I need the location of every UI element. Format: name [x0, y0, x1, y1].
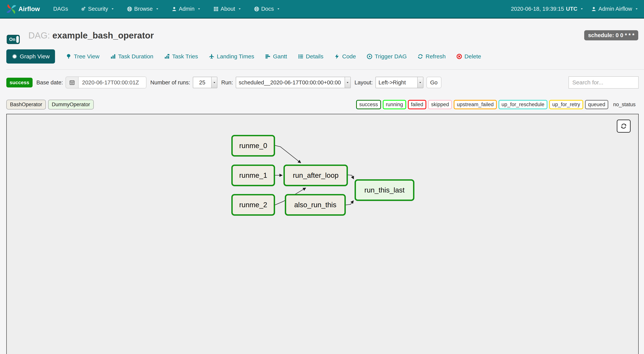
tab-label: Refresh [426, 53, 446, 60]
tab-label: Task Tries [172, 53, 198, 60]
nav-dags[interactable]: DAGs [53, 6, 68, 12]
refresh-icon [418, 54, 423, 59]
nav-docs[interactable]: Docs [254, 6, 280, 12]
chevron-down-icon [111, 7, 114, 10]
tab-details[interactable]: Details [298, 53, 324, 60]
graph-node-runme_2[interactable]: runme_2 [231, 194, 275, 216]
tab-label: Graph View [20, 53, 50, 60]
chevron-down-icon [277, 7, 280, 10]
tab-task-duration[interactable]: Task Duration [110, 53, 153, 60]
operator-legend-dummy: DummyOperator [48, 100, 94, 109]
chevron-down-icon [156, 7, 159, 10]
brand-name: Airflow [18, 5, 40, 13]
graph-edge-also_run_this-to-run_this_last [346, 201, 354, 205]
base-date-group [66, 77, 146, 88]
user-icon [591, 6, 596, 12]
tab-label: Delete [464, 53, 481, 60]
schedule-badge: schedule: 0 0 * * * [584, 30, 638, 40]
delete-x-circle-icon [456, 54, 462, 59]
chevron-down-icon [635, 7, 638, 10]
tab-label: Details [306, 53, 324, 60]
graph-edge-runme_0-to-run_after_loop [275, 146, 301, 163]
tab-landing-times[interactable]: Landing Times [209, 53, 254, 60]
nav-about-label: About [220, 6, 235, 12]
base-date-input[interactable] [78, 77, 146, 88]
clock-dropdown[interactable]: 2020-06-18, 19:39:15 UTC [511, 6, 584, 12]
layout-select[interactable]: Left->Right [376, 77, 424, 88]
status-legend-up-for-reschedule[interactable]: up_for_reschedule [498, 100, 548, 109]
search-input[interactable] [568, 76, 639, 89]
graph-canvas: runme_0runme_1runme_2run_after_loopalso_… [6, 114, 639, 354]
layout-label: Layout: [354, 79, 373, 86]
nav-browse[interactable]: Browse [127, 6, 159, 12]
num-runs-label: Number of runs: [150, 79, 190, 86]
select-caret-icon [211, 77, 217, 88]
tab-refresh[interactable]: Refresh [418, 53, 446, 60]
run-select[interactable]: scheduled__2020-06-17T00:00:00+00:00 [236, 77, 351, 88]
go-button[interactable]: Go [426, 77, 442, 88]
user-menu[interactable]: Admin Airflow [591, 6, 638, 12]
status-legend-up-for-retry[interactable]: up_for_retry [549, 100, 583, 109]
status-legend-skipped[interactable]: skipped [428, 100, 452, 109]
nav-admin-label: Admin [179, 6, 194, 12]
tab-tree-view[interactable]: Tree View [66, 53, 99, 60]
graph-edges [7, 114, 639, 354]
gantt-bars-icon [265, 54, 271, 59]
tab-label: Gantt [273, 53, 287, 60]
chevron-down-icon [238, 7, 241, 10]
play-circle-icon [367, 54, 372, 59]
dag-pause-toggle[interactable]: On [7, 35, 20, 44]
bar-chart-icon [110, 54, 116, 59]
tab-label: Trigger DAG [375, 53, 407, 60]
plane-icon [209, 54, 214, 59]
tab-label: Landing Times [217, 53, 254, 60]
status-legend-no-status: no_status [610, 100, 639, 109]
graph-node-runme_0[interactable]: runme_0 [231, 135, 275, 157]
dag-title-prefix: DAG: [28, 30, 50, 40]
nav-about[interactable]: About [213, 6, 241, 12]
tab-label: Code [342, 53, 356, 60]
base-date-label: Base date: [36, 79, 63, 86]
operator-legend-bash: BashOperator [6, 100, 46, 109]
dag-status-badge: success [6, 78, 32, 87]
chevron-down-icon [580, 7, 584, 10]
nav-dags-label: DAGs [53, 6, 68, 12]
graph-node-runme_1[interactable]: runme_1 [231, 165, 275, 186]
status-legend: success running failed skipped upstream_… [356, 100, 639, 109]
graph-node-run_after_loop[interactable]: run_after_loop [284, 165, 348, 186]
tab-code[interactable]: Code [334, 53, 356, 60]
status-legend-success[interactable]: success [356, 100, 381, 109]
globe-icon [254, 6, 259, 12]
status-legend-running[interactable]: running [383, 100, 406, 109]
calendar-icon[interactable] [66, 77, 78, 88]
graph-edge-run_after_loop-to-run_this_last [348, 175, 354, 179]
tab-label: Task Duration [118, 53, 153, 60]
tab-delete[interactable]: Delete [456, 53, 481, 60]
status-legend-queued[interactable]: queued [585, 100, 608, 109]
bolt-icon [334, 54, 340, 59]
nav-browse-label: Browse [134, 6, 153, 12]
tab-gantt[interactable]: Gantt [265, 53, 287, 60]
status-legend-upstream-failed[interactable]: upstream_failed [454, 100, 496, 109]
run-label: Run: [221, 79, 233, 86]
graph-refresh-button[interactable] [617, 120, 630, 133]
select-caret-icon [417, 77, 423, 88]
refresh-icon [620, 123, 627, 129]
chart-flag-icon [164, 54, 170, 59]
graph-node-also_run_this[interactable]: also_run_this [285, 194, 346, 216]
user-name: Admin Airflow [598, 6, 632, 12]
nav-admin[interactable]: Admin [172, 6, 201, 12]
tab-trigger-dag[interactable]: Trigger DAG [367, 53, 407, 60]
tab-task-tries[interactable]: Task Tries [164, 53, 198, 60]
run-value: scheduled__2020-06-17T00:00:00+00:00 [236, 79, 344, 86]
dag-title-name: example_bash_operator [52, 30, 154, 40]
burst-icon [12, 54, 18, 59]
nav-security[interactable]: Security [81, 6, 114, 12]
select-caret-icon [344, 77, 350, 88]
airflow-brand[interactable]: Airflow [6, 3, 40, 14]
tab-graph-view[interactable]: Graph View [6, 49, 55, 63]
num-runs-select[interactable]: 25 [193, 77, 217, 88]
graph-node-run_this_last[interactable]: run_this_last [354, 179, 414, 201]
status-legend-failed[interactable]: failed [408, 100, 426, 109]
layout-value: Left->Right [376, 79, 417, 86]
